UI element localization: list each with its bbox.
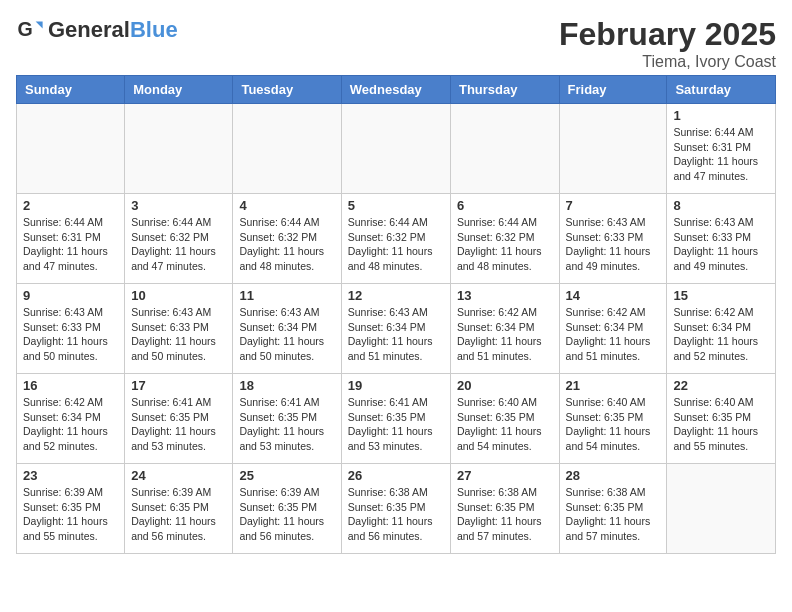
day-number: 24: [131, 468, 226, 483]
calendar-cell: 15Sunrise: 6:42 AM Sunset: 6:34 PM Dayli…: [667, 284, 776, 374]
calendar-cell: 24Sunrise: 6:39 AM Sunset: 6:35 PM Dayli…: [125, 464, 233, 554]
weekday-header-wednesday: Wednesday: [341, 76, 450, 104]
calendar-cell: 2Sunrise: 6:44 AM Sunset: 6:31 PM Daylig…: [17, 194, 125, 284]
calendar-cell: 11Sunrise: 6:43 AM Sunset: 6:34 PM Dayli…: [233, 284, 341, 374]
calendar-cell: 20Sunrise: 6:40 AM Sunset: 6:35 PM Dayli…: [450, 374, 559, 464]
calendar-cell: 17Sunrise: 6:41 AM Sunset: 6:35 PM Dayli…: [125, 374, 233, 464]
day-info: Sunrise: 6:43 AM Sunset: 6:33 PM Dayligh…: [131, 305, 226, 364]
day-info: Sunrise: 6:39 AM Sunset: 6:35 PM Dayligh…: [131, 485, 226, 544]
calendar-cell: 19Sunrise: 6:41 AM Sunset: 6:35 PM Dayli…: [341, 374, 450, 464]
logo-icon: G: [16, 16, 44, 44]
calendar-cell: 21Sunrise: 6:40 AM Sunset: 6:35 PM Dayli…: [559, 374, 667, 464]
day-info: Sunrise: 6:41 AM Sunset: 6:35 PM Dayligh…: [348, 395, 444, 454]
calendar-cell: 27Sunrise: 6:38 AM Sunset: 6:35 PM Dayli…: [450, 464, 559, 554]
day-number: 10: [131, 288, 226, 303]
calendar-cell: 1Sunrise: 6:44 AM Sunset: 6:31 PM Daylig…: [667, 104, 776, 194]
calendar-cell: 14Sunrise: 6:42 AM Sunset: 6:34 PM Dayli…: [559, 284, 667, 374]
calendar-cell: 7Sunrise: 6:43 AM Sunset: 6:33 PM Daylig…: [559, 194, 667, 284]
day-info: Sunrise: 6:43 AM Sunset: 6:33 PM Dayligh…: [673, 215, 769, 274]
weekday-header-friday: Friday: [559, 76, 667, 104]
weekday-header-monday: Monday: [125, 76, 233, 104]
calendar-cell: [667, 464, 776, 554]
calendar-cell: [17, 104, 125, 194]
day-number: 9: [23, 288, 118, 303]
day-number: 6: [457, 198, 553, 213]
calendar-cell: 10Sunrise: 6:43 AM Sunset: 6:33 PM Dayli…: [125, 284, 233, 374]
week-row-5: 23Sunrise: 6:39 AM Sunset: 6:35 PM Dayli…: [17, 464, 776, 554]
day-number: 28: [566, 468, 661, 483]
calendar-table: SundayMondayTuesdayWednesdayThursdayFrid…: [16, 75, 776, 554]
day-number: 4: [239, 198, 334, 213]
calendar-cell: 9Sunrise: 6:43 AM Sunset: 6:33 PM Daylig…: [17, 284, 125, 374]
day-info: Sunrise: 6:42 AM Sunset: 6:34 PM Dayligh…: [566, 305, 661, 364]
logo: G GeneralBlue: [16, 16, 178, 44]
day-number: 17: [131, 378, 226, 393]
day-number: 14: [566, 288, 661, 303]
weekday-header-saturday: Saturday: [667, 76, 776, 104]
calendar-cell: 16Sunrise: 6:42 AM Sunset: 6:34 PM Dayli…: [17, 374, 125, 464]
calendar-cell: 6Sunrise: 6:44 AM Sunset: 6:32 PM Daylig…: [450, 194, 559, 284]
day-number: 7: [566, 198, 661, 213]
calendar-cell: 13Sunrise: 6:42 AM Sunset: 6:34 PM Dayli…: [450, 284, 559, 374]
day-info: Sunrise: 6:43 AM Sunset: 6:34 PM Dayligh…: [239, 305, 334, 364]
day-number: 20: [457, 378, 553, 393]
weekday-header-tuesday: Tuesday: [233, 76, 341, 104]
week-row-2: 2Sunrise: 6:44 AM Sunset: 6:31 PM Daylig…: [17, 194, 776, 284]
day-number: 19: [348, 378, 444, 393]
calendar-cell: 3Sunrise: 6:44 AM Sunset: 6:32 PM Daylig…: [125, 194, 233, 284]
day-number: 5: [348, 198, 444, 213]
day-info: Sunrise: 6:40 AM Sunset: 6:35 PM Dayligh…: [566, 395, 661, 454]
calendar-cell: 28Sunrise: 6:38 AM Sunset: 6:35 PM Dayli…: [559, 464, 667, 554]
day-info: Sunrise: 6:40 AM Sunset: 6:35 PM Dayligh…: [673, 395, 769, 454]
calendar-cell: [559, 104, 667, 194]
calendar-cell: [450, 104, 559, 194]
day-number: 13: [457, 288, 553, 303]
svg-marker-1: [36, 22, 43, 29]
day-info: Sunrise: 6:42 AM Sunset: 6:34 PM Dayligh…: [673, 305, 769, 364]
calendar-cell: 12Sunrise: 6:43 AM Sunset: 6:34 PM Dayli…: [341, 284, 450, 374]
weekday-header-sunday: Sunday: [17, 76, 125, 104]
weekday-header-thursday: Thursday: [450, 76, 559, 104]
day-info: Sunrise: 6:40 AM Sunset: 6:35 PM Dayligh…: [457, 395, 553, 454]
day-info: Sunrise: 6:41 AM Sunset: 6:35 PM Dayligh…: [131, 395, 226, 454]
calendar-cell: [233, 104, 341, 194]
day-info: Sunrise: 6:43 AM Sunset: 6:33 PM Dayligh…: [566, 215, 661, 274]
day-number: 23: [23, 468, 118, 483]
calendar-cell: 25Sunrise: 6:39 AM Sunset: 6:35 PM Dayli…: [233, 464, 341, 554]
week-row-3: 9Sunrise: 6:43 AM Sunset: 6:33 PM Daylig…: [17, 284, 776, 374]
day-number: 11: [239, 288, 334, 303]
day-number: 27: [457, 468, 553, 483]
day-number: 8: [673, 198, 769, 213]
day-info: Sunrise: 6:41 AM Sunset: 6:35 PM Dayligh…: [239, 395, 334, 454]
day-info: Sunrise: 6:43 AM Sunset: 6:34 PM Dayligh…: [348, 305, 444, 364]
calendar-cell: 22Sunrise: 6:40 AM Sunset: 6:35 PM Dayli…: [667, 374, 776, 464]
day-info: Sunrise: 6:39 AM Sunset: 6:35 PM Dayligh…: [239, 485, 334, 544]
calendar-cell: 26Sunrise: 6:38 AM Sunset: 6:35 PM Dayli…: [341, 464, 450, 554]
calendar-cell: 5Sunrise: 6:44 AM Sunset: 6:32 PM Daylig…: [341, 194, 450, 284]
day-info: Sunrise: 6:38 AM Sunset: 6:35 PM Dayligh…: [348, 485, 444, 544]
calendar-cell: [341, 104, 450, 194]
weekday-header-row: SundayMondayTuesdayWednesdayThursdayFrid…: [17, 76, 776, 104]
calendar-cell: 23Sunrise: 6:39 AM Sunset: 6:35 PM Dayli…: [17, 464, 125, 554]
day-info: Sunrise: 6:38 AM Sunset: 6:35 PM Dayligh…: [457, 485, 553, 544]
day-info: Sunrise: 6:44 AM Sunset: 6:32 PM Dayligh…: [131, 215, 226, 274]
day-info: Sunrise: 6:44 AM Sunset: 6:31 PM Dayligh…: [23, 215, 118, 274]
day-info: Sunrise: 6:39 AM Sunset: 6:35 PM Dayligh…: [23, 485, 118, 544]
calendar-cell: 8Sunrise: 6:43 AM Sunset: 6:33 PM Daylig…: [667, 194, 776, 284]
day-info: Sunrise: 6:43 AM Sunset: 6:33 PM Dayligh…: [23, 305, 118, 364]
page-header: G GeneralBlue February 2025 Tiema, Ivory…: [16, 16, 776, 71]
day-info: Sunrise: 6:42 AM Sunset: 6:34 PM Dayligh…: [23, 395, 118, 454]
month-title: February 2025: [559, 16, 776, 53]
day-info: Sunrise: 6:44 AM Sunset: 6:32 PM Dayligh…: [239, 215, 334, 274]
day-info: Sunrise: 6:44 AM Sunset: 6:32 PM Dayligh…: [348, 215, 444, 274]
day-number: 18: [239, 378, 334, 393]
calendar-cell: 18Sunrise: 6:41 AM Sunset: 6:35 PM Dayli…: [233, 374, 341, 464]
day-number: 15: [673, 288, 769, 303]
svg-text:G: G: [17, 18, 32, 40]
day-number: 25: [239, 468, 334, 483]
day-number: 22: [673, 378, 769, 393]
week-row-4: 16Sunrise: 6:42 AM Sunset: 6:34 PM Dayli…: [17, 374, 776, 464]
logo-text-general: General: [48, 17, 130, 42]
logo-text-blue: Blue: [130, 17, 178, 42]
day-number: 12: [348, 288, 444, 303]
